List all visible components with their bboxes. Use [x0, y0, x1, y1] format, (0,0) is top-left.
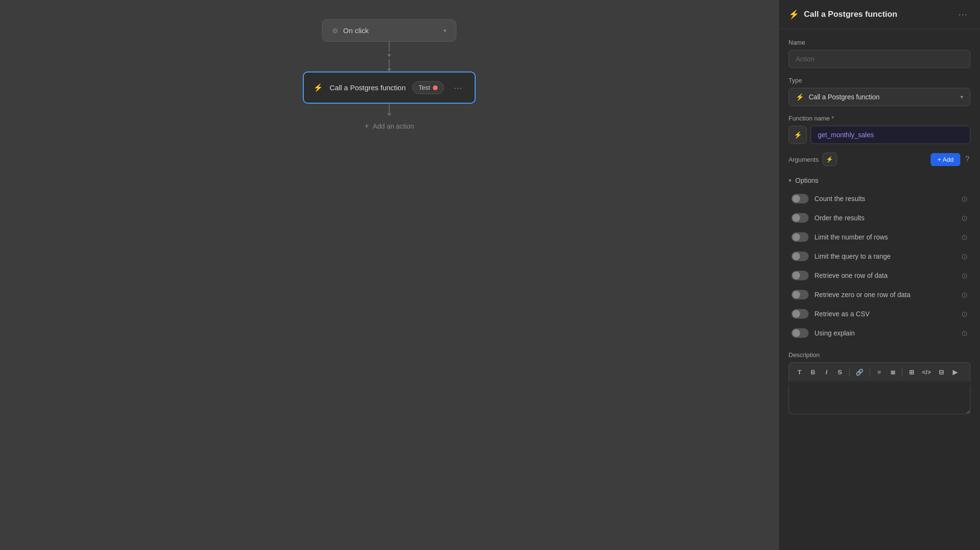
desc-tool-bullet-list[interactable]: ≡ [873, 367, 885, 378]
name-field-label: Name [789, 39, 970, 46]
option-row-retrieve-one: Retrieve one row of data ⊙ [789, 266, 970, 285]
option-toggle-retrieve-csv[interactable] [791, 309, 809, 319]
option-label-count: Count the results [814, 195, 956, 203]
options-label: Options [795, 177, 818, 184]
function-name-field-group: Function name * ⚡ [789, 115, 970, 144]
arguments-help-button[interactable]: ? [964, 154, 970, 165]
option-label-retrieve-csv: Retrieve as a CSV [814, 310, 956, 318]
trigger-node[interactable]: ⚙ On click ▾ [322, 19, 456, 42]
connector-line-3 [389, 104, 390, 113]
option-row-limit-rows: Limit the number of rows ⊙ [789, 227, 970, 247]
trigger-icon: ⚙ [332, 27, 338, 35]
connector-line-1 [389, 42, 390, 51]
option-row-count: Count the results ⊙ [789, 189, 970, 208]
option-label-retrieve-zero-one: Retrieve zero or one row of data [814, 291, 956, 299]
option-help-order[interactable]: ⊙ [961, 214, 968, 223]
trigger-label: On click [343, 26, 439, 35]
description-section: Description T B I S 🔗 ≡ ≣ ⊞ </> ⊟ ▶ [789, 351, 970, 414]
option-row-limit-range: Limit the query to a range ⊙ [789, 247, 970, 266]
option-help-limit-range[interactable]: ⊙ [961, 252, 968, 261]
options-chevron-icon: ▾ [789, 177, 791, 184]
options-section: ▾ Options Count the results ⊙ Order the … [789, 175, 970, 343]
canvas-area: ⚙ On click ▾ + ⚡ Call a Postgres functio… [0, 0, 778, 550]
test-status-dot [433, 85, 438, 90]
type-select-value: Call a Postgres function [809, 93, 956, 101]
option-toggle-retrieve-zero-one[interactable] [791, 290, 809, 299]
arguments-icon-button[interactable]: ⚡ [823, 153, 837, 166]
option-label-explain: Using explain [814, 329, 956, 337]
option-row-retrieve-zero-one: Retrieve zero or one row of data ⊙ [789, 285, 970, 304]
type-select[interactable]: ⚡ Call a Postgres function ▾ [789, 88, 970, 106]
function-name-row: ⚡ [789, 126, 970, 144]
option-help-retrieve-csv[interactable]: ⊙ [961, 310, 968, 319]
add-argument-button[interactable]: + Add [931, 153, 960, 166]
type-field-label: Type [789, 77, 970, 84]
description-label: Description [789, 351, 970, 359]
desc-tool-video[interactable]: ▶ [949, 367, 961, 378]
connector-line-2 [389, 59, 390, 69]
option-label-order: Order the results [814, 214, 956, 222]
desc-tool-strike[interactable]: S [834, 367, 846, 378]
options-header[interactable]: ▾ Options [789, 175, 970, 189]
option-toggle-limit-rows[interactable] [791, 232, 809, 242]
arguments-tool-icon: ⚡ [826, 156, 833, 163]
connector-bottom [387, 104, 392, 116]
option-help-retrieve-zero-one[interactable]: ⊙ [961, 290, 968, 299]
type-select-icon: ⚡ [796, 93, 804, 101]
description-toolbar: T B I S 🔗 ≡ ≣ ⊞ </> ⊟ ▶ [789, 362, 970, 382]
panel-more-button[interactable]: ⋯ [955, 8, 970, 21]
test-badge[interactable]: Test [412, 81, 444, 94]
option-row-order: Order the results ⊙ [789, 208, 970, 227]
name-field-group: Name [789, 39, 970, 68]
desc-tool-sep-3 [902, 369, 902, 376]
desc-tool-code[interactable]: </> [919, 367, 934, 378]
add-action-button[interactable]: + Add an action [357, 118, 422, 134]
action-node-label: Call a Postgres function [330, 84, 406, 92]
function-name-label: Function name * [789, 115, 970, 122]
option-row-retrieve-csv: Retrieve as a CSV ⊙ [789, 304, 970, 323]
desc-tool-table[interactable]: ⊞ [906, 367, 917, 378]
function-icon-button[interactable]: ⚡ [789, 126, 807, 144]
option-label-limit-range: Limit the query to a range [814, 252, 956, 260]
option-row-explain: Using explain ⊙ [789, 323, 970, 343]
add-between-trigger-icon[interactable]: + [387, 51, 391, 59]
arguments-header: Arguments ⚡ + Add ? [789, 153, 970, 166]
option-toggle-retrieve-one[interactable] [791, 271, 809, 280]
arguments-field-group: Arguments ⚡ + Add ? [789, 153, 970, 166]
desc-tool-italic[interactable]: I [821, 367, 832, 378]
add-action-label: Add an action [373, 122, 414, 130]
function-icon: ⚡ [794, 131, 802, 139]
description-textarea[interactable] [789, 385, 970, 414]
option-label-limit-rows: Limit the number of rows [814, 233, 956, 241]
action-node[interactable]: ⚡ Call a Postgres function Test ⋯ [303, 72, 476, 104]
type-field-group: Type ⚡ Call a Postgres function ▾ [789, 77, 970, 106]
option-help-limit-rows[interactable]: ⊙ [961, 233, 968, 242]
action-more-icon[interactable]: ⋯ [451, 82, 465, 94]
desc-tool-bold[interactable]: B [807, 367, 819, 378]
flow-container: ⚙ On click ▾ + ⚡ Call a Postgres functio… [303, 19, 476, 134]
desc-tool-text[interactable]: T [794, 367, 805, 378]
name-input[interactable] [789, 50, 970, 68]
type-select-chevron-icon: ▾ [960, 94, 963, 100]
connector-arrow-2 [387, 113, 392, 116]
option-toggle-limit-range[interactable] [791, 251, 809, 261]
arguments-label: Arguments [789, 156, 819, 163]
option-help-retrieve-one[interactable]: ⊙ [961, 271, 968, 280]
option-help-explain[interactable]: ⊙ [961, 329, 968, 338]
desc-tool-sep-2 [870, 369, 870, 376]
right-panel: ⚡ Call a Postgres function ⋯ Name Type ⚡… [778, 0, 980, 550]
option-toggle-order[interactable] [791, 213, 809, 223]
test-label: Test [418, 84, 430, 91]
option-help-count[interactable]: ⊙ [961, 194, 968, 203]
option-label-retrieve-one: Retrieve one row of data [814, 272, 956, 279]
option-toggle-explain[interactable] [791, 328, 809, 338]
desc-tool-link[interactable]: 🔗 [853, 367, 866, 378]
panel-header: ⚡ Call a Postgres function ⋯ [779, 0, 980, 29]
option-toggle-count[interactable] [791, 194, 809, 203]
desc-tool-image[interactable]: ⊟ [936, 367, 947, 378]
desc-tool-ordered-list[interactable]: ≣ [887, 367, 898, 378]
action-node-icon: ⚡ [313, 83, 323, 92]
function-name-input[interactable] [811, 126, 970, 144]
panel-header-icon: ⚡ [789, 9, 799, 20]
trigger-chevron-icon: ▾ [443, 27, 446, 34]
